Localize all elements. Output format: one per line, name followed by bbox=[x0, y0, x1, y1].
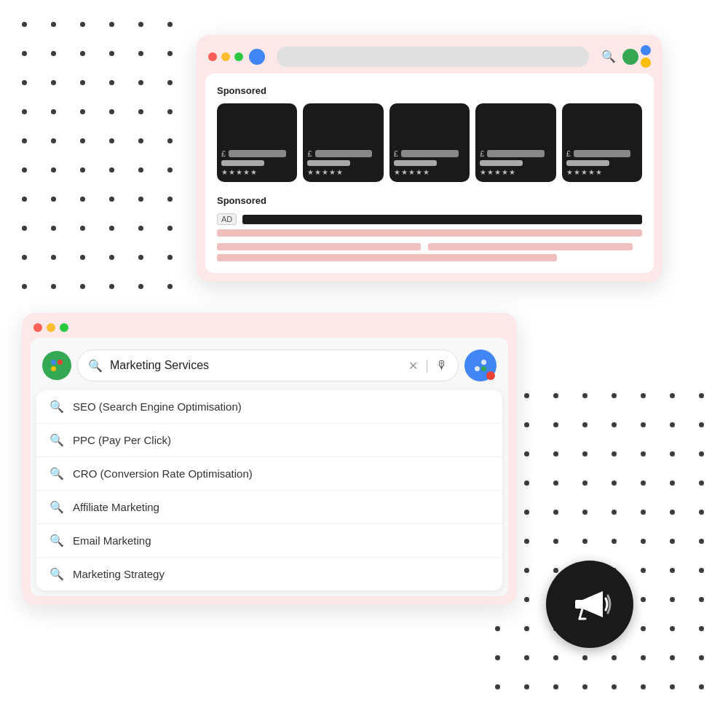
background-dot bbox=[553, 510, 558, 515]
autocomplete-dropdown: 🔍 SEO (Search Engine Optimisation) 🔍 PPC… bbox=[36, 390, 502, 590]
background-dot bbox=[641, 568, 646, 573]
background-dot bbox=[582, 684, 587, 689]
price-bar-2 bbox=[315, 150, 373, 157]
background-dot bbox=[641, 451, 646, 456]
background-dot bbox=[524, 626, 529, 631]
traffic-lights-top bbox=[208, 52, 243, 61]
background-dot bbox=[641, 422, 646, 427]
autocomplete-item-2[interactable]: 🔍 PPC (Pay Per Click) bbox=[36, 424, 502, 457]
browser-logo-dot bbox=[249, 49, 265, 65]
google-logo-circle bbox=[42, 351, 71, 380]
google-assistant-button[interactable] bbox=[464, 349, 496, 381]
background-dot bbox=[109, 197, 114, 202]
product-card-image-5 bbox=[566, 109, 638, 146]
autocomplete-item-1[interactable]: 🔍 SEO (Search Engine Optimisation) bbox=[36, 390, 502, 424]
background-dot bbox=[80, 138, 85, 143]
product-card-image-3 bbox=[394, 109, 465, 146]
background-dot bbox=[109, 22, 114, 27]
background-dot bbox=[22, 255, 27, 260]
background-dot bbox=[699, 422, 704, 427]
background-dot bbox=[699, 568, 704, 573]
tl-green-bottom bbox=[60, 323, 68, 332]
stars-4: ★★★★★ bbox=[480, 168, 551, 176]
background-dot bbox=[582, 393, 587, 398]
sponsored-ad-section: Sponsored AD bbox=[217, 195, 642, 261]
g-dot-yellow bbox=[641, 58, 651, 68]
background-dot bbox=[641, 626, 646, 631]
background-dot bbox=[51, 255, 56, 260]
background-dot bbox=[612, 422, 617, 427]
background-dot bbox=[495, 655, 500, 660]
background-dot bbox=[670, 568, 675, 573]
background-dot bbox=[553, 655, 558, 660]
autocomplete-item-4[interactable]: 🔍 Affiliate Marketing bbox=[36, 491, 502, 524]
background-dot bbox=[51, 197, 56, 202]
product-card-1[interactable]: £ ★★★★★ bbox=[217, 103, 297, 182]
background-dot bbox=[138, 167, 143, 173]
background-dot bbox=[51, 167, 56, 173]
background-dot bbox=[22, 226, 27, 231]
product-card-bottom-5: £ ★★★★★ bbox=[566, 149, 638, 176]
background-dot bbox=[167, 226, 173, 231]
background-dot bbox=[641, 684, 646, 689]
autocomplete-text-3: CRO (Conversion Rate Optimisation) bbox=[73, 467, 253, 480]
product-card-4[interactable]: £ ★★★★★ bbox=[475, 103, 555, 182]
gd-blue bbox=[51, 360, 56, 365]
product-card-5[interactable]: £ ★★★★★ bbox=[562, 103, 642, 182]
background-dot bbox=[612, 393, 617, 398]
background-dot bbox=[80, 284, 85, 289]
background-dot bbox=[670, 393, 675, 398]
stars-5: ★★★★★ bbox=[566, 168, 638, 176]
price-line-1 bbox=[221, 160, 264, 166]
svg-rect-0 bbox=[575, 600, 583, 609]
background-dot bbox=[670, 422, 675, 427]
product-card-image-1 bbox=[221, 109, 293, 146]
content-lines-row-1 bbox=[217, 243, 642, 250]
background-dot bbox=[109, 109, 114, 114]
background-dot bbox=[22, 197, 27, 202]
autocomplete-item-6[interactable]: 🔍 Marketing Strategy bbox=[36, 558, 502, 590]
autocomplete-text-5: Email Marketing bbox=[73, 534, 151, 547]
product-card-3[interactable]: £ ★★★★★ bbox=[389, 103, 470, 182]
background-dot bbox=[22, 109, 27, 114]
autocomplete-text-4: Affiliate Marketing bbox=[73, 501, 159, 513]
background-dot bbox=[553, 480, 558, 486]
ga-red-dot bbox=[486, 371, 495, 380]
background-dot bbox=[167, 255, 173, 260]
background-dot bbox=[524, 451, 529, 456]
background-dot bbox=[670, 626, 675, 631]
pound-3: £ bbox=[394, 149, 398, 158]
background-dot bbox=[167, 167, 173, 173]
background-dot bbox=[582, 655, 587, 660]
autocomplete-search-icon-4: 🔍 bbox=[50, 500, 63, 514]
ad-row: AD bbox=[217, 213, 642, 225]
background-dot bbox=[699, 480, 704, 486]
background-dot bbox=[51, 22, 56, 27]
background-dot bbox=[699, 684, 704, 689]
background-dot bbox=[524, 655, 529, 660]
autocomplete-text-6: Marketing Strategy bbox=[73, 568, 165, 580]
search-input-box[interactable]: 🔍 Marketing Services ✕ | 🎙 bbox=[77, 349, 459, 381]
background-dot bbox=[138, 138, 143, 143]
autocomplete-text-1: SEO (Search Engine Optimisation) bbox=[73, 400, 242, 413]
microphone-icon[interactable]: 🎙 bbox=[436, 359, 448, 372]
background-dot bbox=[553, 539, 558, 544]
product-card-bottom-3: £ ★★★★★ bbox=[394, 149, 465, 176]
background-dot bbox=[138, 197, 143, 202]
background-dot bbox=[553, 422, 558, 427]
background-dot bbox=[612, 451, 617, 456]
content-line-2 bbox=[217, 254, 557, 261]
autocomplete-item-5[interactable]: 🔍 Email Marketing bbox=[36, 524, 502, 558]
product-card-2[interactable]: £ ★★★★★ bbox=[303, 103, 383, 182]
sponsored-label-2: Sponsored bbox=[217, 195, 642, 206]
search-input-text[interactable]: Marketing Services bbox=[110, 359, 401, 372]
background-dot bbox=[138, 80, 143, 85]
background-dot bbox=[524, 510, 529, 515]
clear-icon[interactable]: ✕ bbox=[408, 359, 418, 373]
background-dot bbox=[553, 393, 558, 398]
top-address-bar[interactable] bbox=[277, 47, 589, 67]
background-dot bbox=[80, 109, 85, 114]
autocomplete-item-3[interactable]: 🔍 CRO (Conversion Rate Optimisation) bbox=[36, 457, 502, 491]
top-search-icon[interactable]: 🔍 bbox=[601, 49, 617, 65]
traffic-lights-bottom bbox=[33, 323, 68, 332]
